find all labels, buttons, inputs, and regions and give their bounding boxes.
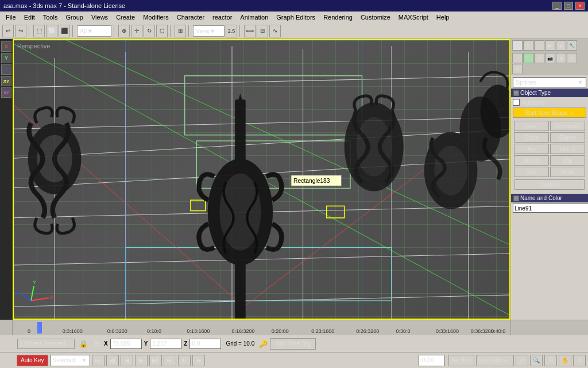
axis-y-btn[interactable]: Y xyxy=(1,53,11,63)
axis-xy-btn[interactable]: XY xyxy=(1,76,11,86)
z-field[interactable]: 0.0 xyxy=(189,339,221,349)
auto-key-btn[interactable]: Auto Key xyxy=(17,355,48,366)
view-dropdown[interactable]: View ▼ xyxy=(193,25,225,37)
move-btn[interactable]: ✛ xyxy=(131,25,142,37)
viewport[interactable]: Perspective xyxy=(13,39,510,320)
select-region-btn[interactable]: ⬜ xyxy=(46,25,57,37)
menu-views[interactable]: Views xyxy=(88,13,111,22)
abs-rel-icon[interactable]: ⊞ xyxy=(92,340,102,347)
rpanel-icon-geo[interactable]: ○ xyxy=(512,53,523,63)
menu-reactor[interactable]: reactor xyxy=(209,13,235,22)
menu-maxscript[interactable]: MAXScript xyxy=(395,13,432,22)
axis-z-btn[interactable]: Z xyxy=(1,64,11,75)
transport-extra2[interactable]: ⏯ xyxy=(192,355,205,366)
start-new-shape-btn[interactable]: Start New Shape ✓ xyxy=(513,108,586,118)
autogrid-checkbox[interactable] xyxy=(513,99,520,106)
menu-create[interactable]: Create xyxy=(113,13,138,22)
vp-orbit-btn[interactable]: ↺ xyxy=(573,355,586,366)
axis-x-btn[interactable]: X xyxy=(1,41,11,52)
rpanel-icon-motion[interactable]: ▶ xyxy=(545,40,555,51)
circle-btn[interactable]: Circle xyxy=(514,132,549,143)
mirror-btn[interactable]: ⟺ xyxy=(244,25,256,37)
curves-btn[interactable]: ∿ xyxy=(269,25,281,37)
timeline-thumb[interactable] xyxy=(37,322,42,334)
scale-btn[interactable]: ⬡ xyxy=(156,25,168,37)
menu-help[interactable]: Help xyxy=(433,13,453,22)
window-controls[interactable]: _ □ × xyxy=(552,2,585,10)
vp-zoomall-btn[interactable]: ⊞ xyxy=(544,355,557,366)
section-btn[interactable]: Section xyxy=(514,179,585,190)
menu-rendering[interactable]: Rendering xyxy=(320,13,356,22)
rpanel-icon-system[interactable]: ⚙ xyxy=(512,64,523,74)
view-arrow-icon: ▼ xyxy=(210,28,216,34)
minimize-btn[interactable]: _ xyxy=(552,2,562,10)
pivot-btn[interactable]: ⊞ xyxy=(175,25,186,37)
percent-btn[interactable]: 2.5 xyxy=(226,25,237,37)
transport-extra1[interactable]: ⏸ xyxy=(178,355,191,366)
splines-dropdown[interactable]: Splines ▼ xyxy=(513,77,586,87)
transport-prev-key-btn[interactable]: ◀| xyxy=(106,355,119,366)
menu-group[interactable]: Group xyxy=(62,13,87,22)
rpanel-icon-create[interactable]: ✦ xyxy=(512,40,523,51)
object-type-collapse-btn[interactable]: − xyxy=(513,90,519,96)
name-input[interactable] xyxy=(513,204,588,213)
star-btn[interactable]: Star xyxy=(550,155,585,166)
select-obj-btn[interactable]: ⬚ xyxy=(33,25,45,37)
rotate-btn[interactable]: ↻ xyxy=(144,25,155,37)
window-crossing-btn[interactable]: ⬛ xyxy=(59,25,70,37)
rpanel-icon-space[interactable]: ⟳ xyxy=(567,53,577,63)
transport-next-btn[interactable]: ▶| xyxy=(149,355,162,366)
rpanel-icon-helper[interactable]: ✚ xyxy=(556,53,566,63)
vp-maximize-btn[interactable]: ⤢ xyxy=(516,355,528,366)
rpanel-icon-hierarchy[interactable]: ⌂ xyxy=(534,40,544,51)
menu-character[interactable]: Character xyxy=(173,13,208,22)
ellipse-btn[interactable]: Ellipse xyxy=(550,132,585,143)
set-key-btn[interactable]: Set Key xyxy=(448,355,474,366)
object-type-header: − Object Type xyxy=(511,89,588,97)
timeline-ruler[interactable]: 0 0:3:1600 0:6:3200 0:10:0 0:13:1600 0:1… xyxy=(13,320,510,335)
key-filters-btn[interactable]: Key Filters... xyxy=(476,355,514,366)
selected-dropdown[interactable]: Selected ▼ xyxy=(50,355,90,366)
ngon-btn[interactable]: NGon xyxy=(514,155,549,166)
menu-graph-editors[interactable]: Graph Editors xyxy=(273,13,319,22)
menu-tools[interactable]: Tools xyxy=(40,13,61,22)
line-btn[interactable]: Line xyxy=(514,121,549,131)
frame-input[interactable]: 0:0:0 xyxy=(419,355,444,366)
rpanel-icon-light[interactable]: ☀ xyxy=(534,53,544,63)
undo-btn[interactable]: ↩ xyxy=(2,25,14,37)
x-field[interactable]: 70.585 xyxy=(110,339,142,349)
transport-last-btn[interactable]: ⏭ xyxy=(164,355,176,366)
y-field[interactable]: 1.257 xyxy=(150,339,181,349)
align-btn[interactable]: ⊟ xyxy=(257,25,268,37)
menu-edit[interactable]: Edit xyxy=(21,13,38,22)
transport-first-btn[interactable]: ⏮ xyxy=(92,355,105,366)
menu-customize[interactable]: Customize xyxy=(357,13,394,22)
add-time-tag-btn[interactable]: Add Time Tag xyxy=(270,338,316,350)
maximize-btn[interactable]: □ xyxy=(564,2,573,10)
vp-pan-btn[interactable]: ✋ xyxy=(559,355,571,366)
rpanel-icon-modify[interactable]: ⟳ xyxy=(523,40,533,51)
arc-btn[interactable]: Arc xyxy=(514,144,549,154)
lock-icon[interactable]: 🔒 xyxy=(77,340,90,348)
transport-prev-btn[interactable]: ◀ xyxy=(121,355,133,366)
rpanel-icon-display[interactable]: ◉ xyxy=(556,40,566,51)
helix-btn[interactable]: Helix xyxy=(550,167,585,177)
rpanel-icon-shape[interactable]: ⌒ xyxy=(523,53,533,63)
name-color-collapse-btn[interactable]: − xyxy=(513,195,519,201)
text-btn[interactable]: Text xyxy=(514,167,549,177)
donut-btn[interactable]: Donut xyxy=(550,144,585,154)
menu-file[interactable]: File xyxy=(2,13,20,22)
redo-btn[interactable]: ↪ xyxy=(15,25,26,37)
transport-play-btn[interactable]: ▶ xyxy=(135,355,148,366)
rpanel-icon-camera[interactable]: 📷 xyxy=(545,53,555,63)
rectangle-btn[interactable]: Rectangle xyxy=(550,121,585,131)
menu-animation[interactable]: Animation xyxy=(237,13,272,22)
select-btn[interactable]: ⊕ xyxy=(118,25,130,37)
viewport-canvas[interactable]: Rectangle183 X Y Z xyxy=(14,40,509,319)
rpanel-icon-utilities[interactable]: 🔧 xyxy=(567,40,577,51)
close-btn[interactable]: × xyxy=(575,2,585,10)
menu-modifiers[interactable]: Modifiers xyxy=(140,13,172,22)
vp-zoom-btn[interactable]: 🔍 xyxy=(530,355,543,366)
axis-xz-btn[interactable]: XY xyxy=(1,87,11,98)
filter-dropdown[interactable]: All ▼ xyxy=(77,25,111,37)
